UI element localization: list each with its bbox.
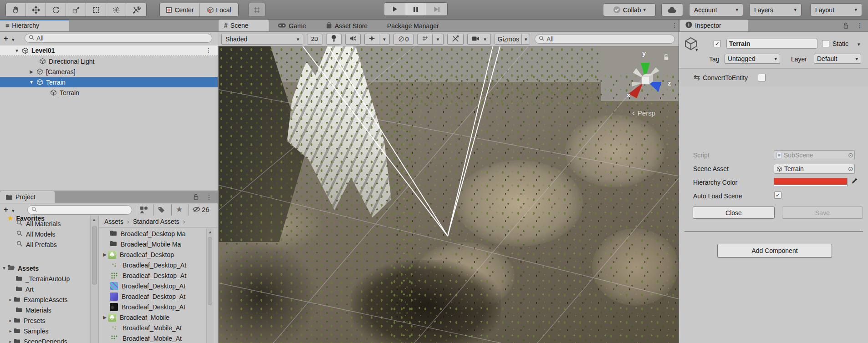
asset-row[interactable]: ▶Broadleaf_Mobile [99, 312, 208, 323]
active-checkbox[interactable]: ✓ [714, 40, 721, 47]
tag-dropdown[interactable]: Untagged▾ [725, 54, 780, 64]
hierarchy-row[interactable]: Terrain [0, 87, 218, 98]
grid-snap-button[interactable] [248, 3, 266, 17]
hierarchy-row-scene[interactable]: ▼ Level01 ⋮ [0, 45, 218, 56]
scene-effects-dropdown[interactable]: ▾ [364, 34, 390, 45]
project-menu-kebab[interactable]: ⋮ [206, 194, 212, 200]
foldout-closed-icon[interactable]: ▸ [7, 339, 14, 343]
scene-asset-field[interactable]: Terrain ⊙ [774, 164, 855, 174]
breadcrumb-current[interactable]: Standard Assets [133, 218, 179, 225]
layers-dropdown[interactable]: Layers▾ [749, 3, 802, 16]
static-dropdown-arrow[interactable]: ▾ [858, 42, 860, 47]
layout-dropdown[interactable]: Layout▾ [810, 3, 862, 16]
file-list-scrollbar[interactable]: ▲ [206, 228, 214, 343]
tree-item-folder[interactable]: Materials [0, 305, 90, 315]
eyedropper-icon[interactable] [851, 177, 858, 186]
lock-icon[interactable] [193, 194, 199, 202]
gameobject-thumb-icon[interactable]: ▾ [684, 36, 698, 52]
tree-item-folder[interactable]: _TerrainAutoUp [0, 273, 90, 284]
tree-item-folder[interactable]: ▸Presets [0, 315, 90, 326]
scene-lighting-toggle[interactable] [326, 34, 342, 45]
foldout-closed-icon[interactable]: ▶ [102, 252, 108, 257]
close-button[interactable]: Close [693, 207, 775, 219]
scene-grid-dropdown[interactable]: ▾ [417, 34, 444, 45]
projection-mode-label[interactable]: ‹ Persp [632, 108, 655, 118]
tree-item-folder[interactable]: ▸ExampleAssets [0, 294, 90, 305]
gameobject-name-field[interactable]: Terrain [726, 39, 817, 49]
pivot-toggle-button[interactable]: Center [160, 3, 200, 16]
rect-tool-button[interactable] [86, 3, 106, 16]
tree-item-folder[interactable]: ▸SceneDepends [0, 336, 90, 343]
lock-icon[interactable] [843, 22, 849, 30]
tree-item-assets-root[interactable]: ▼ Assets [0, 263, 90, 273]
tab-package-manager[interactable]: Package Manager [383, 20, 444, 32]
hierarchy-row-selected[interactable]: ▼ Terrain [0, 77, 218, 87]
static-checkbox[interactable] [822, 40, 829, 47]
scale-tool-button[interactable] [66, 3, 86, 16]
asset-row[interactable]: Broadleaf_Desktop_At [99, 291, 208, 302]
autoload-checkbox[interactable]: ✓ [774, 192, 781, 199]
asset-row[interactable]: Broadleaf_Desktop_At [99, 281, 208, 291]
foldout-open-icon[interactable]: ▼ [28, 80, 35, 85]
collab-dropdown[interactable]: Collab ▾ [603, 3, 656, 16]
step-button[interactable] [426, 3, 447, 15]
project-search-input[interactable] [27, 205, 132, 215]
move-tool-button[interactable] [26, 3, 46, 16]
scene-viewport[interactable]: y x z ‹ Persp [219, 46, 679, 343]
create-object-dropdown-arrow[interactable]: ▾ [12, 37, 15, 42]
toggle-2d-button[interactable]: 2D [307, 34, 322, 45]
asset-row[interactable]: Broadleaf_Mobile Ma [99, 239, 208, 249]
create-asset-button[interactable]: + [4, 205, 8, 214]
foldout-closed-icon[interactable]: ▶ [102, 315, 108, 320]
convert-checkbox[interactable] [758, 74, 766, 81]
tree-item-search[interactable]: All Models [0, 229, 90, 239]
scene-menu-kebab[interactable]: ⋮ [671, 22, 678, 29]
shading-mode-dropdown[interactable]: Shaded▾ [221, 34, 303, 45]
asset-row[interactable]: Broadleaf_Mobile_At [99, 333, 208, 343]
foldout-closed-icon[interactable]: ▶ [28, 69, 35, 74]
transform-tool-button[interactable] [106, 3, 126, 16]
cloud-button[interactable] [661, 3, 683, 16]
foldout-closed-icon[interactable]: ▸ [7, 297, 14, 302]
tab-project[interactable]: Project [0, 191, 55, 203]
tree-item-search[interactable]: All Materials [0, 218, 90, 229]
asset-row[interactable]: Broadleaf_Desktop_At [99, 260, 208, 270]
scroll-up-icon[interactable]: ▲ [208, 230, 212, 234]
scene-options-kebab[interactable]: ⋮ [205, 47, 212, 54]
favorites-star-icon[interactable]: ★ [176, 205, 183, 214]
scrollbar-thumb[interactable] [92, 226, 97, 285]
scene-tools-button[interactable] [447, 34, 464, 45]
foldout-open-icon[interactable]: ▼ [1, 266, 7, 271]
scene-camera-dropdown[interactable]: ▾ [467, 34, 491, 45]
tree-scrollbar[interactable]: ▲ [90, 216, 98, 343]
hierarchy-search-input[interactable]: All [25, 34, 212, 43]
tab-hierarchy[interactable]: ≡ Hierarchy [0, 20, 69, 31]
asset-row[interactable]: Broadleaf_Desktop Ma [99, 228, 208, 239]
hierarchy-color-swatch[interactable] [774, 178, 848, 186]
tab-scene[interactable]: # Scene [219, 20, 269, 31]
package-filter-icon[interactable] [139, 206, 148, 215]
object-picker-icon[interactable]: ⊙ [848, 165, 853, 172]
gizmos-dropdown[interactable]: Gizmos ▾ [495, 34, 530, 45]
tab-inspector[interactable]: Inspector [680, 20, 748, 31]
scene-visibility-toggle[interactable]: ∅ 0 [393, 34, 414, 45]
tab-game[interactable]: Game [273, 20, 311, 32]
hierarchy-row[interactable]: ▶ [Cameras] [0, 66, 218, 77]
foldout-closed-icon[interactable]: ▸ [7, 318, 14, 323]
breadcrumb-root[interactable]: Assets [104, 218, 123, 225]
object-picker-icon[interactable]: ⊙ [848, 151, 853, 159]
layer-dropdown[interactable]: Default▾ [814, 54, 861, 64]
add-component-button[interactable]: Add Component [717, 244, 832, 257]
play-button[interactable] [384, 3, 405, 15]
script-field[interactable]: # SubScene ⊙ [774, 150, 855, 160]
space-toggle-button[interactable]: Local [200, 3, 238, 16]
custom-tool-button[interactable] [126, 3, 146, 16]
save-button[interactable]: Save [782, 207, 863, 219]
tree-item-folder[interactable]: Art [0, 284, 90, 294]
hierarchy-row[interactable]: Directional Light [0, 56, 218, 66]
scene-audio-toggle[interactable] [345, 34, 361, 45]
asset-row[interactable]: Broadleaf_Desktop_At [99, 302, 208, 312]
foldout-open-icon[interactable]: ▼ [14, 48, 20, 53]
hidden-eye-icon[interactable] [192, 206, 201, 214]
hand-tool-button[interactable] [6, 3, 26, 16]
